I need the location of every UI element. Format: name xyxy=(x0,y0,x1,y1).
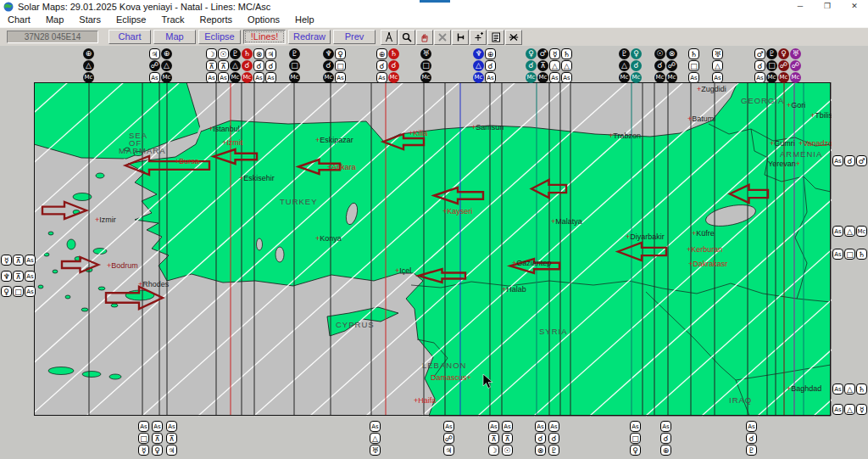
astro-glyph-symbol: ⊗ xyxy=(535,445,546,456)
report-tool-icon xyxy=(490,31,502,43)
astro-glyph-symbol: △ xyxy=(844,404,855,415)
zoom-tool-button[interactable] xyxy=(398,30,415,45)
city-label-halab: +Halab xyxy=(502,285,526,294)
compass-tool-button[interactable] xyxy=(381,30,398,45)
astro-glyph-as: As xyxy=(485,72,496,83)
cut-tool-icon xyxy=(437,31,448,43)
toolbar-button-chart[interactable]: Chart xyxy=(108,30,151,44)
astro-glyph-mc: Mc xyxy=(666,72,677,83)
island xyxy=(38,285,43,288)
astro-glyph-as: As xyxy=(335,72,346,83)
astro-glyph-symbol: ♅ xyxy=(790,48,801,59)
astro-glyph-mc: Mc xyxy=(473,72,484,83)
menu-item-stars[interactable]: Stars xyxy=(71,14,108,27)
astro-glyph-symbol: ⊼ xyxy=(537,60,548,71)
astro-glyph-mc: Mc xyxy=(790,72,801,83)
city-label-iel: +Içel xyxy=(395,266,411,275)
city-label-kayseri: +Kayseri xyxy=(442,207,472,216)
lake-egirdir xyxy=(257,238,263,250)
toolbar-button-prev[interactable]: Prev xyxy=(333,30,376,44)
astro-glyph-symbol: △ xyxy=(161,60,172,71)
astro-glyph-symbol: ☌ xyxy=(548,433,559,444)
astro-glyph-symbol: ♂ xyxy=(537,48,548,59)
star-tool-button[interactable] xyxy=(505,30,522,45)
city-label-damascus: Damascus+ xyxy=(431,373,471,382)
astro-glyph-symbol: ♇ xyxy=(766,48,777,59)
lake-beysehir xyxy=(275,247,284,262)
astro-glyph-symbol: □ xyxy=(289,60,300,71)
astro-glyph-symbol: ♄ xyxy=(561,48,572,59)
toolbar-button-map[interactable]: Map xyxy=(153,30,196,44)
astro-glyph-symbol: ⊕ xyxy=(660,445,671,456)
astro-glyph-symbol: ♄ xyxy=(388,48,399,59)
astro-glyph-as: As xyxy=(660,421,671,432)
astro-glyph-symbol: ♀ xyxy=(630,445,641,456)
astro-glyph-symbol: ⊗ xyxy=(666,48,677,59)
maximize-button[interactable]: ❐ xyxy=(814,0,841,14)
menu-item-chart[interactable]: Chart xyxy=(0,14,38,27)
astro-glyph-symbol: □ xyxy=(844,249,855,260)
astro-glyph-symbol: ♅ xyxy=(712,48,723,59)
menu-item-eclipse[interactable]: Eclipse xyxy=(108,14,153,27)
astro-glyph-as: As xyxy=(25,255,36,266)
region-label: GEORGIA xyxy=(741,96,784,105)
astro-glyph-symbol: □ xyxy=(335,60,346,71)
astro-glyph-symbol: ☉ xyxy=(502,445,513,456)
astro-glyph-mc: Mc xyxy=(654,72,665,83)
astro-glyph-symbol: □ xyxy=(13,286,24,297)
app-globe-icon xyxy=(3,2,14,12)
city-label-gori: +Gori xyxy=(787,101,805,109)
astro-glyph-symbol: ♄ xyxy=(242,48,253,59)
report-tool-button[interactable] xyxy=(487,30,504,45)
astro-glyph-symbol: ☌ xyxy=(535,433,546,444)
region-label: LEBANON xyxy=(422,361,466,370)
city-label-kfre: +Küfre xyxy=(692,229,715,238)
menu-item-track[interactable]: Track xyxy=(153,14,192,27)
menu-item-help[interactable]: Help xyxy=(287,14,322,27)
toolbar-button-eclipse[interactable]: Eclipse xyxy=(198,30,241,44)
astro-glyph-symbol: ☌ xyxy=(253,60,264,71)
astro-glyph-symbol: ☿ xyxy=(1,255,12,266)
menu-item-reports[interactable]: Reports xyxy=(192,14,241,27)
region-label: MARMARA xyxy=(119,146,166,155)
astro-glyph-as: As xyxy=(265,72,276,83)
menu-bar: ChartMapStarsEclipseTrackReportsOptionsH… xyxy=(0,14,868,27)
region-label: TURKEY xyxy=(280,197,318,206)
city-label-kilia: +Kilia xyxy=(409,129,427,137)
menu-item-map[interactable]: Map xyxy=(38,14,71,27)
astro-glyph-symbol: ☍ xyxy=(778,60,789,71)
astro-glyph-as: As xyxy=(253,72,264,83)
astro-glyph-symbol: ♄ xyxy=(856,249,867,260)
island xyxy=(98,287,105,290)
astro-glyph-as: As xyxy=(152,421,163,432)
astro-glyph-symbol: □ xyxy=(138,433,149,444)
astro-glyph-symbol: ☌ xyxy=(844,155,855,166)
city-label-izmir: +Izmir xyxy=(95,216,116,224)
astro-map-canvas[interactable]: SEAOFMARMARATURKEYCYPRUSSYRIALEBANONGEOR… xyxy=(34,82,832,417)
astro-glyph-symbol: □ xyxy=(630,433,641,444)
astro-glyph-mc: Mc xyxy=(230,72,241,83)
astro-glyph-symbol: □ xyxy=(766,60,777,71)
astro-glyph-symbol: ♄ xyxy=(688,48,699,59)
astro-glyph-symbol: ♂ xyxy=(754,48,765,59)
astro-glyph-symbol: ☉ xyxy=(218,48,229,59)
astro-glyph-mc: Mc xyxy=(766,72,777,83)
close-button[interactable]: ✕ xyxy=(841,0,868,14)
astro-glyph-symbol: ☌ xyxy=(388,60,399,71)
clamp-tool-button[interactable] xyxy=(452,30,469,45)
region-label: SYRIA xyxy=(539,327,568,336)
astro-glyph-symbol: ♆ xyxy=(473,48,484,59)
astro-glyph-symbol: ⊼ xyxy=(206,60,217,71)
toolbar-button-redraw[interactable]: Redraw xyxy=(288,30,331,44)
astro-glyph-symbol: ⊕ xyxy=(83,48,94,59)
menu-item-options[interactable]: Options xyxy=(240,14,287,27)
toolbar-button-lines[interactable]: !Lines! xyxy=(243,30,286,44)
minimize-button[interactable]: ─ xyxy=(787,0,814,14)
compass-tool-icon xyxy=(383,31,395,43)
city-label-kerburan: +Kerburan xyxy=(687,245,722,254)
astro-glyph-as: As xyxy=(832,155,843,166)
astro-glyph-as: As xyxy=(535,421,546,432)
cut-tool-button[interactable] xyxy=(434,30,451,45)
locate-tool-button[interactable] xyxy=(470,30,487,45)
pan-hand-button[interactable] xyxy=(416,30,433,45)
